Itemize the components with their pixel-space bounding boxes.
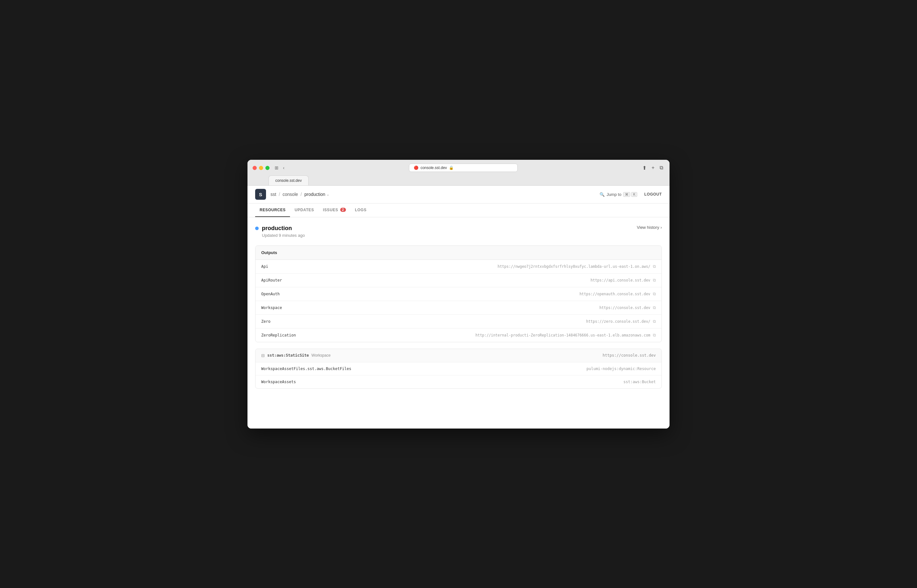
resource-row-assetfiles: WorkspaceAssetFiles.sst.aws.BucketFiles … <box>256 362 661 375</box>
tab-issues[interactable]: ISSUES 2 <box>319 204 351 217</box>
output-row-zeroreplication: ZeroReplication http://internal-producti… <box>256 328 661 342</box>
browser-top-bar: ⊞ ‹ 🔴 console.sst.dev 🔒 ⬆ + ⧉ <box>252 164 665 172</box>
output-key-api: Api <box>261 264 332 269</box>
minimize-button[interactable] <box>259 166 263 170</box>
output-value-zero: https://zero.console.sst.dev/ <box>332 319 650 324</box>
traffic-lights <box>252 166 270 170</box>
lock-icon: 🔒 <box>449 166 454 170</box>
top-nav: S sst / console / production ⌄ 🔍 Jump to… <box>247 186 670 204</box>
copy-icon-api[interactable]: ⧉ <box>653 264 656 269</box>
address-bar-container: 🔴 console.sst.dev 🔒 <box>289 164 637 172</box>
tab-resources[interactable]: RESOURCES <box>255 204 290 217</box>
main-content: production Updated 9 minutes ago View hi… <box>247 217 670 396</box>
output-value-zeroreplication: http://internal-producti-ZeroReplication… <box>332 333 650 338</box>
sidebar-toggle-button[interactable]: ⊞ <box>273 165 280 171</box>
outputs-header: Outputs <box>256 246 661 260</box>
issues-badge: 2 <box>340 208 346 212</box>
output-row-openauth: OpenAuth https://openauth.console.sst.de… <box>256 287 661 301</box>
copy-icon-openauth[interactable]: ⧉ <box>653 291 656 297</box>
status-dot-icon <box>255 226 259 230</box>
tabs-button[interactable]: ⧉ <box>658 164 665 172</box>
copy-icon-apirouter[interactable]: ⧉ <box>653 278 656 283</box>
copy-icon-workspace[interactable]: ⧉ <box>653 305 656 310</box>
resource-row-assets: WorkspaceAssets sst:aws:Bucket <box>256 375 661 388</box>
kbd-cmd: ⌘ <box>623 192 630 197</box>
maximize-button[interactable] <box>265 166 270 170</box>
kbd-k: K <box>631 192 637 197</box>
share-button[interactable]: ⬆ <box>641 164 648 172</box>
output-row-zero: Zero https://zero.console.sst.dev/ ⧉ <box>256 315 661 328</box>
logout-button[interactable]: LOGOUT <box>644 192 662 197</box>
output-value-apirouter: https://api.console.sst.dev <box>332 278 650 283</box>
output-value-api: https://nwgeo7j2rntxvbgdxfsrfrhlsy0xufyc… <box>332 264 650 269</box>
address-bar[interactable]: 🔴 console.sst.dev 🔒 <box>409 164 518 172</box>
browser-tabs: console.sst.dev <box>252 175 665 185</box>
jump-to-label: Jump to <box>606 192 621 197</box>
copy-icon-zero[interactable]: ⧉ <box>653 319 656 324</box>
browser-window: ⊞ ‹ 🔴 console.sst.dev 🔒 ⬆ + ⧉ console.ss… <box>247 160 670 428</box>
browser-chrome: ⊞ ‹ 🔴 console.sst.dev 🔒 ⬆ + ⧉ console.ss… <box>247 160 670 186</box>
browser-controls: ⊞ ‹ <box>273 165 286 171</box>
new-tab-button[interactable]: + <box>650 164 656 172</box>
breadcrumb-console[interactable]: console <box>283 192 298 197</box>
resource-name-assetfiles: WorkspaceAssetFiles.sst.aws.BucketFiles <box>261 367 351 371</box>
output-value-openauth: https://openauth.console.sst.dev <box>332 292 650 296</box>
breadcrumb-sep-1: / <box>279 192 280 197</box>
resource-name-assets: WorkspaceAssets <box>261 380 332 384</box>
stage-updated: Updated 9 minutes ago <box>262 233 305 238</box>
output-key-zeroreplication: ZeroReplication <box>261 333 332 338</box>
outputs-section: Outputs Api https://nwgeo7j2rntxvbgdxfsr… <box>255 246 662 342</box>
copy-icon-zeroreplication[interactable]: ⧉ <box>653 333 656 338</box>
output-row-workspace: Workspace https://console.sst.dev ⧉ <box>256 301 661 315</box>
stage-info: production Updated 9 minutes ago <box>255 225 305 238</box>
resource-type-value: https://console.sst.dev <box>603 353 656 358</box>
view-history-button[interactable]: View history › <box>637 225 662 230</box>
resource-type-assetfiles: pulumi-nodejs:dynamic:Resource <box>586 367 656 371</box>
keyboard-shortcut: ⌘ K <box>623 192 637 197</box>
resource-section: ⊟ sst:aws:StaticSite Workspace https://c… <box>255 349 662 389</box>
tab-logs[interactable]: LOGS <box>351 204 371 217</box>
resource-type-assets: sst:aws:Bucket <box>623 380 656 384</box>
output-row-api: Api https://nwgeo7j2rntxvbgdxfsrfrhlsy0x… <box>256 260 661 273</box>
resource-type-name: Workspace <box>311 353 331 358</box>
app-content: S sst / console / production ⌄ 🔍 Jump to… <box>247 186 670 428</box>
tab-updates[interactable]: UPDATES <box>290 204 319 217</box>
breadcrumb: sst / console / production ⌄ <box>270 192 329 197</box>
output-row-apirouter: ApiRouter https://api.console.sst.dev ⧉ <box>256 273 661 287</box>
jump-to-button[interactable]: 🔍 Jump to ⌘ K <box>597 191 640 198</box>
static-site-icon: ⊟ <box>261 353 265 358</box>
resource-type-header: ⊟ sst:aws:StaticSite Workspace https://c… <box>256 349 661 362</box>
stage-header: production Updated 9 minutes ago View hi… <box>255 225 662 238</box>
output-value-workspace: https://console.sst.dev <box>332 305 650 310</box>
output-key-workspace: Workspace <box>261 305 332 310</box>
stage-name: production <box>262 225 292 232</box>
output-key-apirouter: ApiRouter <box>261 278 332 283</box>
active-tab[interactable]: console.sst.dev <box>268 175 309 185</box>
logo-badge: S <box>255 189 266 200</box>
favicon-icon: 🔴 <box>414 166 419 170</box>
output-key-openauth: OpenAuth <box>261 292 332 296</box>
browser-right-controls: ⬆ + ⧉ <box>641 164 665 172</box>
breadcrumb-sst[interactable]: sst <box>270 192 276 197</box>
nav-right: 🔍 Jump to ⌘ K LOGOUT <box>597 191 662 198</box>
secondary-nav: RESOURCES UPDATES ISSUES 2 LOGS <box>247 204 670 217</box>
back-button[interactable]: ‹ <box>282 165 286 171</box>
search-icon: 🔍 <box>600 192 605 197</box>
url-text: console.sst.dev <box>420 166 447 170</box>
breadcrumb-production[interactable]: production ⌄ <box>304 192 329 197</box>
close-button[interactable] <box>252 166 257 170</box>
output-key-zero: Zero <box>261 319 332 324</box>
resource-type-label: sst:aws:StaticSite <box>267 353 309 358</box>
breadcrumb-chevron-icon: ⌄ <box>327 192 329 197</box>
stage-name-row: production <box>255 225 305 232</box>
chevron-right-icon: › <box>661 225 662 230</box>
breadcrumb-sep-2: / <box>301 192 302 197</box>
